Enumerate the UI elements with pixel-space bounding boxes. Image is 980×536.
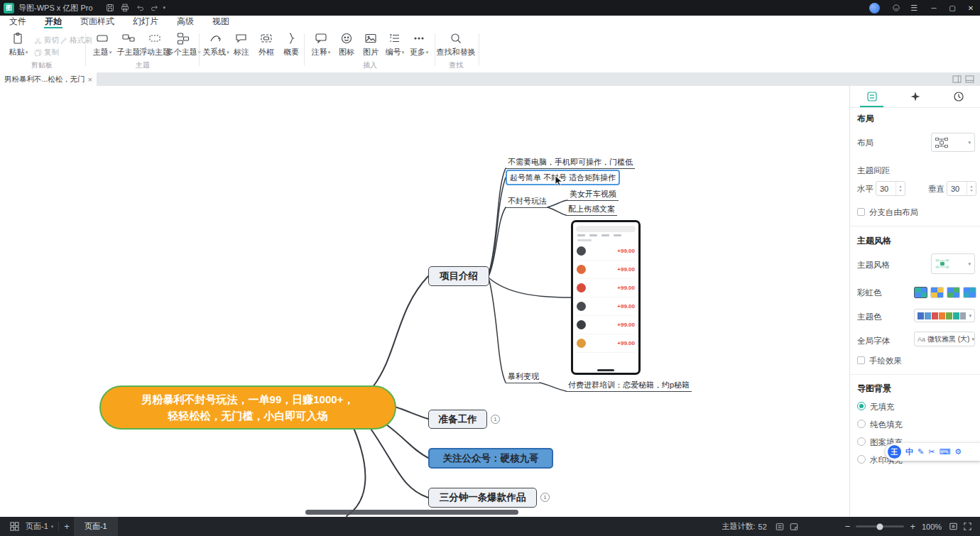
floating-topic-button[interactable]: 浮动主题 <box>142 32 168 58</box>
horizontal-scrollbar[interactable] <box>305 510 518 515</box>
topic-node-prepare[interactable]: 准备工作 <box>428 410 487 429</box>
bg-radio-watermark[interactable] <box>857 455 866 464</box>
cut-button[interactable]: 剪切 <box>34 35 59 45</box>
zoom-slider[interactable] <box>856 525 904 527</box>
save-icon[interactable] <box>103 2 118 13</box>
relation-line-button[interactable]: 关系线▾ <box>203 32 229 58</box>
menu-hamburger-icon[interactable]: ☰ <box>910 4 918 13</box>
more-button[interactable]: 更多▾ <box>406 32 432 58</box>
menu-slides[interactable]: 幻灯片 <box>124 16 168 28</box>
document-tab-close-icon[interactable]: × <box>88 75 92 84</box>
ime-account-badge[interactable]: 王 <box>888 445 901 459</box>
bg-radio-solid[interactable] <box>857 420 866 428</box>
comment-button[interactable]: 注释▾ <box>308 32 334 58</box>
format-panel-icon <box>866 91 878 102</box>
ime-handwrite-icon[interactable]: ✎ <box>918 448 924 456</box>
leaf-node-training[interactable]: 付费进群培训：恋爱秘籍，约p秘籍 <box>566 381 692 392</box>
ime-settings-icon[interactable]: ⚙ <box>954 448 962 456</box>
fit-screen-icon[interactable] <box>946 517 960 536</box>
document-tab[interactable]: 男粉暴利不...松松，无门 × <box>0 72 97 86</box>
outer-frame-button[interactable]: 外框 <box>254 32 279 58</box>
redo-icon[interactable] <box>148 2 163 13</box>
topic-node-three-minutes[interactable]: 三分钟一条爆款作品 <box>428 488 537 508</box>
copy-button[interactable]: 复制 <box>34 48 59 58</box>
tab-ai[interactable] <box>893 86 937 107</box>
ime-mode-chinese-icon[interactable]: 中 <box>905 448 913 456</box>
titlebar: 图 导图-WPS x 亿图 Pro ▾ ☰ ─ ▢ ✕ <box>0 0 980 16</box>
document-tab-label: 男粉暴利不...松松，无门 <box>4 75 85 84</box>
page-grid-icon[interactable] <box>7 517 21 536</box>
summary-button[interactable]: 概要 <box>278 32 304 58</box>
ime-screenshot-icon[interactable]: ✂ <box>928 448 935 456</box>
topic-node-intro[interactable]: 项目介绍 <box>428 266 489 286</box>
rainbow-swatch-2[interactable] <box>930 287 944 298</box>
leaf-node-no-pc[interactable]: 不需要电脑，手机即可操作，门槛低 <box>506 158 635 169</box>
print-icon[interactable] <box>118 2 133 13</box>
theme-style-dropdown[interactable]: ▾ <box>931 253 975 274</box>
insert-icon-button[interactable]: 图标 <box>334 32 359 58</box>
tab-format[interactable] <box>850 86 893 107</box>
window-minimize-button[interactable]: ─ <box>925 0 943 16</box>
menu-advanced[interactable]: 高级 <box>168 16 203 28</box>
zoom-slider-thumb[interactable] <box>877 523 883 530</box>
window-maximize-button[interactable]: ▢ <box>943 0 962 16</box>
note-view-icon[interactable] <box>787 517 801 536</box>
global-font-dropdown[interactable]: Aa 微软雅黑 (大) ▾ <box>914 332 975 346</box>
zoom-level[interactable]: 100% <box>922 523 946 531</box>
zoom-in-button[interactable]: + <box>910 521 915 532</box>
menu-page-style[interactable]: 页面样式 <box>71 16 124 28</box>
chevron-down-icon: ▾ <box>971 337 974 342</box>
panel-toggle-right-icon[interactable] <box>952 75 962 83</box>
menu-view[interactable]: 视图 <box>203 16 239 28</box>
panel-toggle-bottom-icon[interactable] <box>965 75 974 83</box>
leaf-node-profit[interactable]: 暴利变现 <box>506 372 541 383</box>
outline-view-icon[interactable] <box>773 517 787 536</box>
rainbow-swatch-4[interactable] <box>963 287 976 298</box>
bg-radio-pattern[interactable] <box>857 437 866 446</box>
hand-drawn-checkbox[interactable] <box>857 356 865 364</box>
window-close-button[interactable]: ✕ <box>962 0 980 16</box>
subtopic-button[interactable]: 子主题 <box>116 32 141 58</box>
topic-button[interactable]: 主题▾ <box>89 32 115 58</box>
rainbow-swatch-3[interactable] <box>947 287 960 298</box>
page-selector[interactable]: 页面-1 <box>26 521 48 532</box>
ime-keyboard-icon[interactable]: ⌨ <box>939 448 950 456</box>
topic-node-official-account[interactable]: 关注公众号：硬核九哥 <box>428 448 553 469</box>
page-tab-active[interactable]: 页面-1 <box>74 517 118 536</box>
rainbow-swatch-1[interactable] <box>914 287 927 298</box>
zoom-out-button[interactable]: − <box>845 521 851 532</box>
leaf-node-sad-copy[interactable]: 配上伤感文案 <box>566 204 617 216</box>
callout-button[interactable]: 标注 <box>229 32 254 58</box>
hand-drawn-label: 手绘效果 <box>869 356 902 366</box>
note-badge[interactable]: 1 <box>540 493 550 502</box>
quickbar-dropdown-icon[interactable]: ▾ <box>163 5 166 11</box>
numbering-button[interactable]: 编号▾ <box>382 32 408 58</box>
central-topic-node[interactable]: 男粉暴利不封号玩法，一单99，日赚1000+， 轻轻松松，无门槛，小白即可入场 <box>99 385 396 430</box>
multi-topic-button[interactable]: 多个主题▾ <box>170 32 196 58</box>
layout-dropdown[interactable]: ▾ <box>931 133 975 152</box>
find-replace-button[interactable]: 查找和替换 <box>436 32 476 58</box>
paste-button[interactable]: 粘贴▾ <box>6 32 31 58</box>
menu-file[interactable]: 文件 <box>0 16 36 28</box>
vertical-spacing-stepper[interactable]: 30 ▲▼ <box>947 181 976 196</box>
bg-radio-none[interactable] <box>857 402 866 410</box>
phone-screenshot-image-node[interactable]: +99.00 +99.00 +99.00 +99.00 +99.00 +99.0… <box>571 220 641 375</box>
horizontal-spacing-stepper[interactable]: 30 ▲▼ <box>876 181 905 196</box>
insert-picture-button[interactable]: 图片 <box>358 32 383 58</box>
page-selector-caret-icon[interactable]: ▾ <box>51 524 54 530</box>
free-layout-checkbox[interactable] <box>857 208 865 216</box>
note-badge[interactable]: 1 <box>491 415 500 424</box>
member-icon[interactable] <box>888 2 903 13</box>
user-avatar[interactable] <box>869 3 880 13</box>
mindmap-canvas[interactable]: 男粉暴利不封号玩法，一单99，日赚1000+， 轻轻松松，无门槛，小白即可入场 … <box>0 86 849 517</box>
tab-history[interactable] <box>937 86 980 107</box>
add-page-button[interactable]: + <box>64 521 70 532</box>
topic-icon <box>96 32 109 45</box>
format-brush-button[interactable]: 格式刷 <box>60 35 92 45</box>
fullscreen-icon[interactable] <box>960 517 974 536</box>
theme-color-dropdown[interactable]: ▾ <box>914 309 975 322</box>
undo-icon[interactable] <box>133 2 148 13</box>
menu-home[interactable]: 开始 <box>36 16 71 28</box>
leaf-node-beauty-video[interactable]: 美女开车视频 <box>567 190 619 201</box>
leaf-node-play-method[interactable]: 不封号玩法 <box>506 197 549 208</box>
